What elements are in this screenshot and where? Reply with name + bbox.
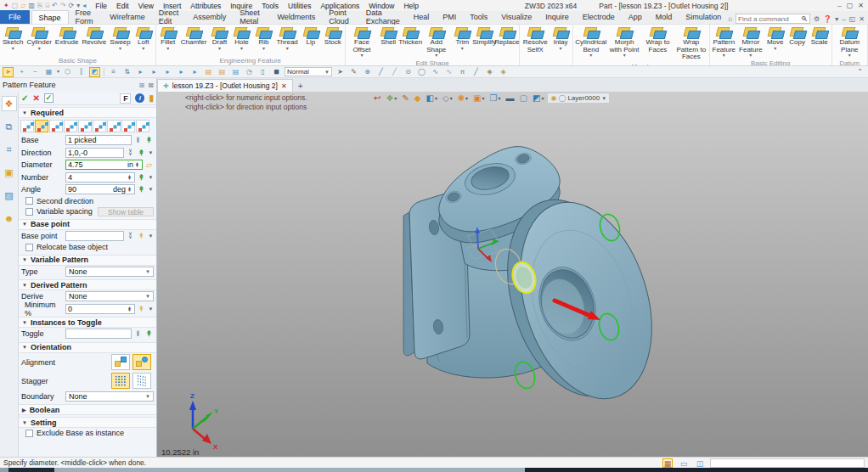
- history-last-icon[interactable]: ▸: [189, 67, 200, 77]
- ribbon-button-wrap-to-faces[interactable]: Wrap to Faces: [641, 25, 674, 54]
- save-icon[interactable]: ▥: [28, 2, 35, 9]
- dropdown-arrow-icon[interactable]: ▾: [262, 47, 265, 51]
- ribbon-button-inlay[interactable]: Inlay▾: [550, 25, 572, 52]
- help-dropdown-icon[interactable]: ▾: [835, 15, 838, 23]
- section-header-base-point[interactable]: ▼Base point: [19, 219, 156, 230]
- ribbon-button-replace[interactable]: Replace: [495, 25, 518, 48]
- spline-tool-icon[interactable]: ∿: [430, 67, 441, 77]
- background-icon[interactable]: ◩▾: [533, 93, 544, 104]
- dropdown-arrow-icon[interactable]: ▾: [435, 53, 437, 58]
- second-direction-checkbox[interactable]: [25, 197, 33, 205]
- ribbon-tab-visualize[interactable]: Visualize: [494, 10, 538, 24]
- stop-regen-icon[interactable]: ◼: [271, 67, 282, 77]
- section-header-setting[interactable]: ▼Setting: [19, 417, 156, 428]
- menu-view[interactable]: View: [138, 2, 155, 10]
- ribbon-tab-tools[interactable]: Tools: [463, 10, 494, 24]
- shaded-cube-icon[interactable]: ◩: [89, 67, 100, 77]
- section-header-variable-pattern[interactable]: ▼Variable Pattern: [19, 255, 156, 266]
- dialog-close-icon[interactable]: ⊠: [148, 81, 154, 89]
- ribbon-tab-free-form[interactable]: Free Form: [69, 10, 104, 24]
- doc-restore-icon[interactable]: ◱: [849, 15, 856, 23]
- dropdown-arrow-icon[interactable]: ▾: [723, 53, 725, 58]
- history-play-icon[interactable]: ▸: [162, 67, 173, 77]
- ribbon-button-sweep[interactable]: Sweep▾: [108, 25, 132, 52]
- quick-sketch-icon[interactable]: ✎: [402, 93, 409, 104]
- at-curves-pattern-icon[interactable]: [78, 120, 92, 132]
- monitor-icon[interactable]: ▭: [679, 458, 689, 468]
- expression-folder-icon[interactable]: ▱: [144, 160, 154, 169]
- ribbon-button-chamfer[interactable]: Chamfer: [179, 25, 209, 48]
- find-command-input[interactable]: [738, 15, 801, 23]
- split-window-icon[interactable]: ◫: [695, 458, 705, 468]
- align-to-base-icon[interactable]: [132, 354, 151, 370]
- ribbon-tab-inquire[interactable]: Inquire: [538, 10, 576, 24]
- ribbon-button-scale[interactable]: Scale: [809, 25, 831, 48]
- dropdown-arrow-icon[interactable]: ▾: [465, 93, 468, 104]
- document-state-icon[interactable]: ▤: [230, 67, 241, 77]
- ribbon-button-sketch[interactable]: Sketch▾: [1, 25, 25, 52]
- help-book-icon[interactable]: ▮: [149, 93, 154, 103]
- dropdown-arrow-icon[interactable]: ▾: [774, 47, 776, 51]
- redo-icon[interactable]: ↷: [60, 2, 66, 9]
- ribbon-button-lip[interactable]: Lip: [300, 25, 322, 48]
- app-logo-icon[interactable]: ✦: [3, 2, 9, 9]
- dropdown-arrow-icon[interactable]: ▾: [482, 93, 485, 104]
- ribbon-button-move[interactable]: Move▾: [764, 25, 786, 52]
- render-mode-icon[interactable]: ▣▾: [473, 93, 484, 104]
- section-header-required[interactable]: ▼Required: [19, 107, 156, 118]
- minimum-input[interactable]: [68, 305, 127, 313]
- history-back-icon[interactable]: ▸: [149, 67, 160, 77]
- chevron-down-icon[interactable]: ▼: [148, 185, 154, 194]
- dropdown-arrow-icon[interactable]: ▾: [166, 47, 169, 51]
- dropdown-arrow-icon[interactable]: ▾: [218, 47, 221, 51]
- render-image-icon[interactable]: ▨: [2, 188, 17, 203]
- dropdown-arrow-icon[interactable]: ▾: [240, 47, 243, 51]
- dropdown-arrow-icon[interactable]: ▾: [560, 47, 562, 51]
- dropdown-arrow-icon[interactable]: ▾: [541, 93, 544, 104]
- ribbon-button-cylinder[interactable]: Cylinder▾: [25, 25, 53, 52]
- fill-pattern-icon[interactable]: [136, 120, 149, 132]
- menu-help[interactable]: Help: [403, 2, 419, 10]
- stagger-none-icon[interactable]: [111, 373, 130, 389]
- ribbon-button-rib[interactable]: Rib▾: [252, 25, 274, 52]
- derive-select[interactable]: None▼: [65, 291, 154, 301]
- direction-input[interactable]: [68, 149, 121, 157]
- ribbon-tab-direct-edit[interactable]: Direct Edit: [152, 10, 186, 24]
- chevron-down-icon[interactable]: ▼: [148, 232, 154, 240]
- chevron-down-icon[interactable]: ▼: [148, 149, 154, 157]
- variable-spacing-checkbox[interactable]: [25, 208, 33, 216]
- pick-done-icon[interactable]: ↟: [137, 149, 146, 157]
- ribbon-tab-electrode[interactable]: Electrode: [576, 10, 622, 24]
- trim-line-icon[interactable]: ╱: [471, 67, 482, 77]
- tab-close-icon[interactable]: ✕: [281, 82, 287, 90]
- sort-order-icon[interactable]: ⇅: [121, 67, 132, 77]
- remove-pick-icon[interactable]: −: [30, 67, 41, 77]
- linear-pattern-icon[interactable]: [20, 120, 34, 132]
- gear-icon[interactable]: ⚙: [814, 15, 820, 23]
- section-header-derived-pattern[interactable]: ▼Derived Pattern: [19, 279, 156, 290]
- spinner-icon[interactable]: ▲▼: [127, 187, 132, 192]
- at-face-pattern-icon[interactable]: [93, 120, 106, 132]
- history-clock-icon[interactable]: ◷: [244, 67, 255, 77]
- dropdown-arrow-icon[interactable]: ▾: [38, 47, 41, 51]
- shade-options-icon[interactable]: ❋▾: [458, 93, 468, 104]
- info-icon[interactable]: i: [135, 93, 144, 103]
- outlet-housing-model[interactable]: [403, 147, 674, 415]
- ribbon-button-add-shape[interactable]: Add Shape▾: [421, 25, 451, 59]
- ribbon-tab-file[interactable]: File: [0, 10, 30, 24]
- ribbon-button-trim[interactable]: Trim▾: [451, 25, 473, 52]
- dropdown-arrow-icon[interactable]: ▾: [499, 93, 501, 104]
- user-profile-icon[interactable]: ☻: [2, 211, 17, 226]
- spinner-icon[interactable]: ▲▼: [134, 162, 140, 167]
- ok-icon[interactable]: ✓: [21, 93, 28, 103]
- ribbon-button-pattern-feature[interactable]: Pattern Feature▾: [711, 25, 738, 59]
- folder-feature-icon[interactable]: ▤: [217, 67, 228, 77]
- fkey-button[interactable]: F: [120, 93, 131, 104]
- view-orient-icon[interactable]: ◇▾: [442, 93, 453, 104]
- blocks-library-icon[interactable]: ▣: [2, 165, 17, 180]
- ribbon-button-thicken[interactable]: Thicken: [399, 25, 421, 48]
- dropdown-arrow-icon[interactable]: ▾: [435, 93, 437, 104]
- face-pick-icon[interactable]: ◆: [414, 93, 421, 104]
- dropdown-arrow-icon[interactable]: ▾: [461, 47, 464, 51]
- chevron-down-icon[interactable]: ▼: [148, 305, 154, 313]
